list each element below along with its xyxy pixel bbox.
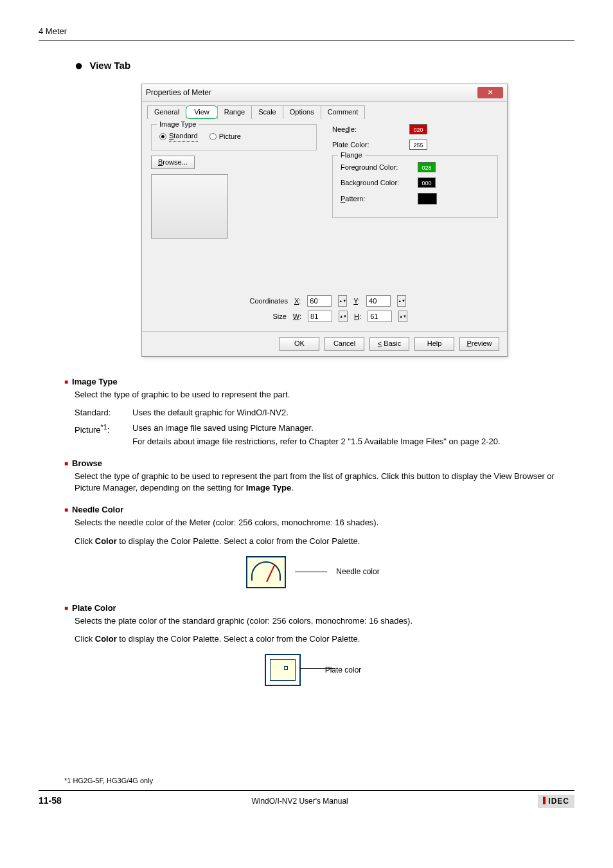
x-input[interactable]: 60 <box>307 295 332 307</box>
pattern-chip[interactable] <box>418 193 437 204</box>
needle-label: Needle: <box>332 125 403 134</box>
image-type-heading: ■Image Type <box>64 376 562 388</box>
size-label: Size <box>242 312 287 321</box>
coordinates-label: Coordinates <box>243 296 288 306</box>
basic-button[interactable]: < Basic <box>369 337 409 350</box>
h-input[interactable]: 61 <box>368 311 392 322</box>
plate-fig-label: Plate color <box>325 665 362 676</box>
chapter-header: 4 Meter <box>39 26 574 37</box>
footer-center: WindO/I-NV2 User's Manual <box>251 796 348 807</box>
tab-options[interactable]: Options <box>283 105 321 119</box>
preview-box <box>151 174 228 239</box>
flange-group: Flange Foreground Color: 028 Background … <box>332 155 498 218</box>
plate-color-l2: Click Color to display the Color Palette… <box>75 633 562 645</box>
dialog-titlebar: Properties of Meter ✕ <box>142 84 507 102</box>
preview-button[interactable]: Preview <box>459 337 499 350</box>
brand-badge: IDEC <box>538 795 574 808</box>
dialog-tabs: General View Range Scale Options Comment <box>142 102 507 119</box>
bg-color-label: Background Color: <box>341 178 411 188</box>
needle-color-chip[interactable]: 020 <box>409 124 427 134</box>
w-spinner[interactable]: ▲▼ <box>339 311 348 322</box>
browse-heading: ■Browse <box>64 458 562 469</box>
page-number: 11-58 <box>39 795 62 808</box>
needle-color-l1: Selects the needle color of the Meter (c… <box>75 517 562 529</box>
def-picture-desc: Uses an image file saved using Picture M… <box>132 422 562 447</box>
pattern-label: Pattern: <box>341 194 411 204</box>
x-label: X: <box>294 296 301 306</box>
x-spinner[interactable]: ▲▼ <box>338 295 347 307</box>
dialog-footer: OK Cancel < Basic Help Preview <box>142 331 507 356</box>
plate-color-label: Plate Color: <box>332 140 403 150</box>
view-tab-heading: ● View Tab <box>75 56 574 76</box>
help-button[interactable]: Help <box>414 337 454 350</box>
flange-legend: Flange <box>338 150 365 160</box>
needle-fig-label: Needle color <box>336 566 379 577</box>
radio-picture[interactable]: Picture <box>209 132 241 141</box>
w-input[interactable]: 81 <box>308 311 332 322</box>
h-spinner[interactable]: ▲▼ <box>398 311 407 322</box>
close-button[interactable]: ✕ <box>477 87 503 98</box>
plate-color-l1: Selects the plate color of the standard … <box>75 615 562 627</box>
fg-color-chip[interactable]: 028 <box>418 162 436 172</box>
tab-general[interactable]: General <box>147 105 186 119</box>
w-label: W: <box>293 312 301 321</box>
bg-color-chip[interactable]: 000 <box>418 177 436 188</box>
needle-color-l2: Click Color to display the Color Palette… <box>75 536 562 547</box>
properties-dialog: Properties of Meter ✕ General View Range… <box>141 84 508 357</box>
cancel-button[interactable]: Cancel <box>324 337 364 350</box>
image-type-desc: Select the type of graphic to be used to… <box>75 389 562 401</box>
y-input[interactable]: 40 <box>366 295 391 307</box>
page-footer: 11-58 WindO/I-NV2 User's Manual IDEC <box>39 790 574 812</box>
tab-view[interactable]: View <box>186 105 218 119</box>
tab-scale[interactable]: Scale <box>251 105 283 119</box>
h-label: H: <box>354 312 361 321</box>
def-picture-term: Picture*1: <box>75 422 132 447</box>
footnote: *1 HG2G-5F, HG3G/4G only <box>64 776 574 786</box>
needle-figure: Needle color <box>246 556 379 588</box>
plate-color-chip[interactable]: 255 <box>409 140 427 150</box>
header-rule <box>39 40 574 41</box>
needle-color-heading: ■Needle Color <box>64 504 562 516</box>
y-spinner[interactable]: ▲▼ <box>397 295 406 307</box>
bullet-icon: ● <box>75 57 83 73</box>
browse-desc: Select the type of graphic to be used to… <box>75 471 562 494</box>
ok-button[interactable]: OK <box>280 337 319 350</box>
tab-comment[interactable]: Comment <box>321 105 366 119</box>
tab-range[interactable]: Range <box>217 105 252 119</box>
dialog-title: Properties of Meter <box>146 87 211 98</box>
image-type-legend: Image Type <box>157 120 199 129</box>
plate-figure: Plate color <box>265 654 362 686</box>
radio-standard[interactable]: Standard <box>159 131 198 141</box>
def-standard-term: Standard: <box>75 407 132 419</box>
browse-button[interactable]: Browse... <box>151 156 195 169</box>
plate-color-heading: ■Plate Color <box>64 602 562 614</box>
def-standard-desc: Uses the default graphic for WindO/I-NV2… <box>132 407 562 419</box>
y-label: Y: <box>353 296 360 306</box>
fg-color-label: Foreground Color: <box>341 163 411 172</box>
image-type-group: Image Type Standard Picture <box>151 124 317 150</box>
